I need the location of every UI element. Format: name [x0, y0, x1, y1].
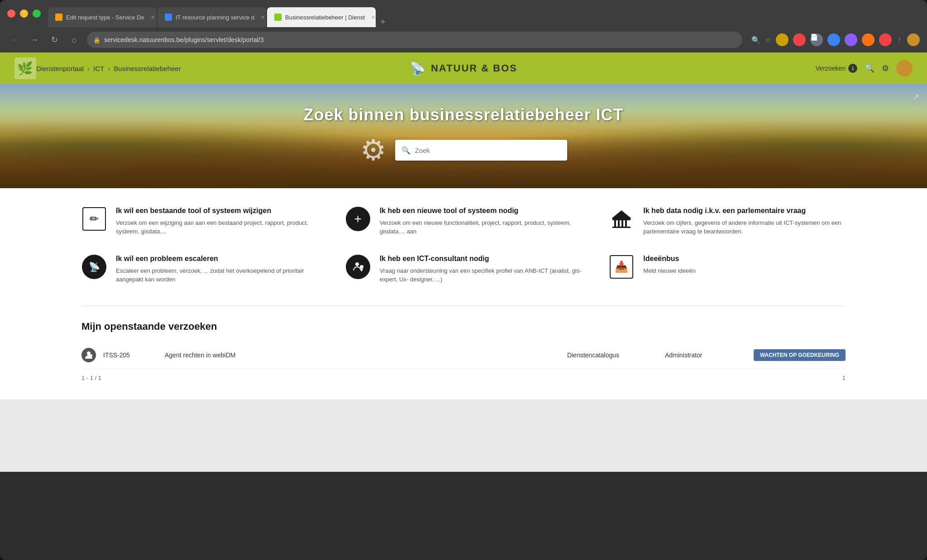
table-row[interactable]: ITSS-205 Agent rechten in webiDM Dienste…	[81, 342, 846, 369]
requests-section: Mijn openstaande verzoeken	[81, 321, 846, 381]
service-title-2: Ik heb een nieuwe tool of systeem nodig	[380, 206, 582, 216]
webpage: 🌿 Dienstenportaal › ICT › Businessrelati…	[0, 52, 927, 472]
service-desc-6: Meld nieuwe ideeën	[643, 266, 696, 275]
profile-icon-5[interactable]	[862, 33, 874, 46]
service-desc-4: Escaleer een probleem, verzoek, ... zoda…	[116, 266, 318, 284]
plus-circle-icon: +	[346, 207, 370, 231]
svg-point-10	[360, 265, 363, 269]
tab-businessrelatie[interactable]: Businessrelatiebeheer | Dienst ✕	[267, 7, 376, 27]
new-tab-button[interactable]: +	[377, 17, 389, 27]
back-button[interactable]: ←	[7, 33, 22, 47]
svg-rect-3	[614, 220, 616, 227]
service-desc-3: Verzoek om cijfers, gegevens of andere i…	[643, 218, 846, 236]
service-icon-3	[609, 206, 634, 232]
breadcrumb-dienstenportaal[interactable]: Dienstenportaal	[36, 65, 84, 72]
service-title-5: Ik heb een ICT-consultant nodig	[380, 254, 582, 264]
service-icon-2: +	[345, 206, 371, 232]
pagination: 1 - 1 / 1 1	[81, 375, 846, 381]
svg-rect-2	[612, 218, 631, 220]
tab-label-3: Businessrelatiebeheer | Dienst	[285, 14, 365, 21]
tab-close-2[interactable]: ✕	[261, 14, 265, 20]
minimize-button[interactable]	[20, 9, 28, 18]
extensions-icon[interactable]: ⋮	[896, 36, 903, 43]
tab-label-1: Edit request type - Service De	[66, 14, 144, 21]
settings-nav-icon[interactable]: ⚙	[882, 63, 889, 73]
request-title: Agent rechten in webiDM	[165, 351, 560, 359]
profile-icon-3[interactable]	[827, 33, 840, 46]
service-text-2: Ik heb een nieuwe tool of systeem nodig …	[380, 206, 582, 236]
breadcrumb-ict[interactable]: ICT	[93, 65, 104, 72]
document-icon[interactable]: 📄	[810, 33, 823, 46]
toolbar-icons: 🔍 ☆ 📄 ⋮	[751, 33, 920, 46]
consultant-icon	[346, 255, 370, 279]
edit-tool-icon: ✏	[82, 207, 106, 231]
tab-bar: Edit request type - Service De ✕ IT reso…	[48, 0, 920, 27]
bank-icon	[610, 207, 633, 231]
zoom-icon[interactable]: 🔍	[751, 36, 760, 44]
tab-close-3[interactable]: ✕	[371, 14, 375, 20]
service-item-1[interactable]: ✏ Ik wil een bestaande tool of systeem w…	[81, 206, 318, 236]
svg-point-14	[90, 354, 92, 357]
nav-right: Verzoeken 1 🔍 ⚙	[816, 60, 913, 76]
user-nav-avatar[interactable]	[896, 60, 913, 76]
service-icon-4: 📡	[81, 254, 107, 280]
svg-point-9	[355, 262, 359, 266]
tab-favicon-2	[165, 14, 172, 21]
bookmark-icon[interactable]: ☆	[765, 36, 771, 44]
forward-button[interactable]: →	[27, 33, 42, 47]
service-icon-6: 📥	[609, 254, 634, 280]
service-item-5[interactable]: Ik heb een ICT-consultant nodig Vraag na…	[345, 254, 582, 284]
close-button[interactable]	[7, 9, 15, 18]
home-button[interactable]: ⌂	[67, 33, 81, 47]
service-item-2[interactable]: + Ik heb een nieuwe tool of systeem nodi…	[345, 206, 582, 236]
fullscreen-button[interactable]	[33, 9, 41, 18]
service-icon-5	[345, 254, 371, 280]
profile-icon-1[interactable]	[776, 33, 788, 46]
service-icon-1: ✏	[81, 206, 107, 232]
service-item-6[interactable]: 📥 Ideeënbus Meld nieuwe ideeën	[609, 254, 846, 284]
service-text-5: Ik heb een ICT-consultant nodig Vraag na…	[380, 254, 582, 284]
address-bar-row: ← → ↻ ⌂ 🔒 servicedesk.natuurenbos.be/plu…	[0, 27, 927, 52]
ideenbus-icon: 📥	[610, 255, 633, 279]
address-text: servicedesk.natuurenbos.be/plugins/servl…	[104, 36, 736, 43]
search-input[interactable]	[415, 147, 561, 154]
svg-point-13	[87, 351, 91, 355]
profile-icon-4[interactable]	[845, 33, 857, 46]
anb-logo: 🌿	[14, 57, 36, 79]
service-desc-5: Vraag naar ondersteuning van een specifi…	[380, 266, 582, 284]
tab-favicon-3	[274, 14, 282, 21]
tab-edit-request[interactable]: Edit request type - Service De ✕	[48, 7, 157, 27]
section-title: Mijn openstaande verzoeken	[81, 321, 846, 332]
service-text-4: Ik wil een probleem escaleren Escaleer e…	[116, 254, 318, 284]
pagination-total: 1	[842, 375, 846, 381]
svg-rect-4	[618, 220, 620, 227]
tab-close-1[interactable]: ✕	[151, 14, 155, 20]
verzoeken-button[interactable]: Verzoeken 1	[816, 64, 857, 73]
user-avatar[interactable]	[907, 33, 920, 46]
pagination-range: 1 - 1 / 1	[81, 375, 101, 381]
address-bar[interactable]: 🔒 servicedesk.natuurenbos.be/plugins/ser…	[87, 32, 742, 48]
request-status: WACHTEN OP GOEDKEURING	[754, 349, 846, 361]
section-divider	[81, 306, 846, 306]
service-item-3[interactable]: Ik heb data nodig i.k.v. een parlementai…	[609, 206, 846, 236]
svg-rect-5	[621, 220, 623, 227]
reload-button[interactable]: ↻	[47, 33, 62, 47]
service-item-4[interactable]: 📡 Ik wil een probleem escaleren Escaleer…	[81, 254, 318, 284]
traffic-lights[interactable]	[7, 9, 41, 18]
svg-marker-8	[612, 210, 631, 218]
top-nav: 🌿 Dienstenportaal › ICT › Businessrelati…	[0, 52, 927, 84]
nav-logo: 🌿	[14, 57, 36, 79]
search-nav-icon[interactable]: 🔍	[865, 63, 874, 73]
verzoeken-label: Verzoeken	[816, 65, 846, 72]
breadcrumb-sep-1: ›	[87, 65, 90, 72]
tab-favicon-1	[55, 14, 62, 21]
breadcrumb-sep-2: ›	[108, 65, 110, 72]
service-title-6: Ideeënbus	[643, 254, 696, 264]
profile-icon-2[interactable]	[793, 33, 806, 46]
breadcrumb: Dienstenportaal › ICT › Businessrelatieb…	[36, 65, 181, 72]
corner-arrow-icon: ↗	[912, 91, 920, 102]
service-grid: ✏ Ik wil een bestaande tool of systeem w…	[81, 206, 846, 284]
profile-icon-6[interactable]	[879, 33, 892, 46]
site-title-icon: 📡	[410, 61, 425, 76]
tab-it-resource[interactable]: IT resource planning service d ✕	[158, 7, 266, 27]
